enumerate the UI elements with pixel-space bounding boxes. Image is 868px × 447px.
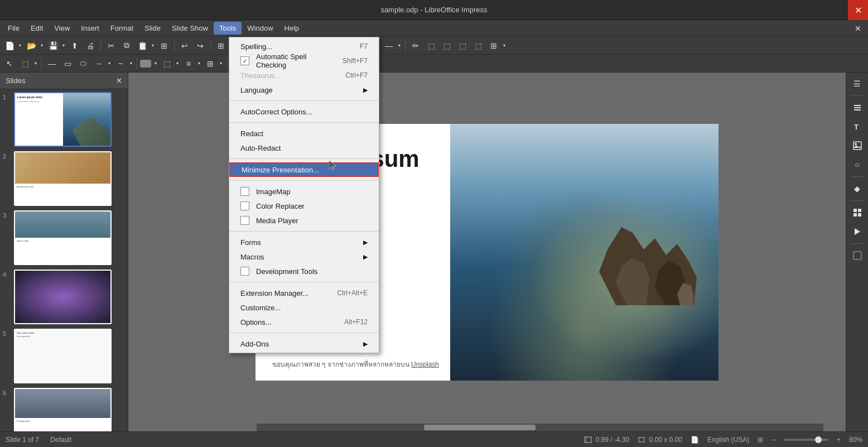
close-button[interactable]: ✕	[848, 0, 868, 20]
arrow-dropdown[interactable]: → ▾	[91, 56, 112, 71]
open-dropdown[interactable]: 📂 ▾	[24, 39, 45, 53]
menu-slide[interactable]: Slide	[139, 22, 166, 35]
slide-thumb-4[interactable]	[14, 270, 112, 324]
undo-button[interactable]: ↩	[177, 39, 192, 53]
line-color-button[interactable]: —	[382, 39, 396, 53]
new-button[interactable]: 📄	[2, 39, 17, 53]
menu-customize[interactable]: Customize...	[229, 300, 379, 315]
menu-language[interactable]: Language ▶	[229, 83, 379, 97]
slide-item-4[interactable]: 4	[3, 270, 125, 324]
view-dropdown[interactable]: ⊞ ▾	[486, 39, 507, 53]
pointer-button[interactable]: ↖	[2, 56, 17, 71]
menu-minimize-presentation[interactable]: Minimize Presentation...	[229, 162, 379, 177]
menu-color-replacer[interactable]: Color Replacer	[229, 199, 379, 213]
arrow-arrow[interactable]: ▾	[107, 56, 112, 71]
pen-button[interactable]: ✏	[408, 39, 423, 53]
zoom-plus-button[interactable]: +	[837, 436, 841, 444]
zoom-fit-button[interactable]: ⊞	[758, 436, 763, 444]
slide-item-3[interactable]: 3 Nature slide	[3, 210, 125, 265]
menu-imagemap[interactable]: ImageMap	[229, 184, 379, 199]
paste-arrow[interactable]: ▾	[150, 39, 156, 53]
animation-button[interactable]	[848, 223, 866, 241]
menu-format[interactable]: Format	[105, 22, 139, 35]
menu-addons[interactable]: Add-Ons ▶	[229, 337, 379, 351]
paste-dropdown[interactable]: 📋 ▾	[135, 39, 156, 53]
area-dropdown[interactable]: ▾	[140, 56, 158, 71]
slide-thumb-5[interactable]: Text content slide Lorem ipsum text...	[14, 329, 112, 383]
slide-item-6[interactable]: 6 Building slide	[3, 388, 125, 431]
text-panel-button[interactable]: T	[848, 118, 866, 136]
arrange-arrow[interactable]: ▾	[175, 56, 180, 71]
align-dropdown[interactable]: ≡ ▾	[181, 56, 202, 71]
menu-tools[interactable]: Tools	[214, 22, 242, 35]
menu-edit[interactable]: Edit	[25, 22, 49, 35]
scrollbar-thumb[interactable]	[424, 425, 536, 430]
menu-file[interactable]: File	[2, 22, 25, 35]
menubar-close[interactable]: ✕	[848, 20, 868, 37]
align-arrow[interactable]: ▾	[196, 56, 202, 71]
distribute-arrow[interactable]: ▾	[218, 56, 224, 71]
menu-insert[interactable]: Insert	[75, 22, 105, 35]
menu-media-player[interactable]: Media Player	[229, 213, 379, 228]
properties-panel-button[interactable]	[848, 99, 866, 117]
arrange-dropdown[interactable]: ⬚ ▾	[160, 56, 180, 71]
curve-button[interactable]: ~	[113, 56, 128, 71]
select-dropdown[interactable]: ⬚ ▾	[18, 56, 38, 71]
menu-window[interactable]: Window	[242, 22, 278, 35]
distribute-button[interactable]: ⊞	[203, 56, 218, 71]
area-arrow[interactable]: ▾	[153, 56, 158, 71]
save-arrow[interactable]: ▾	[61, 39, 66, 53]
slide-thumb-2[interactable]: Architecture slide	[14, 151, 112, 206]
open-arrow[interactable]: ▾	[39, 39, 45, 53]
distribute-dropdown[interactable]: ⊞ ▾	[203, 56, 224, 71]
menu-autocorrect[interactable]: AutoCorrect Options...	[229, 104, 379, 119]
slide-thumb-1[interactable]: Lorem ipsum dolor consectetur adipiscing	[14, 92, 112, 147]
display-button[interactable]: ⬚	[471, 39, 485, 53]
unsplash-link[interactable]: Unsplash	[411, 361, 439, 368]
line-color-arrow[interactable]: ▾	[397, 39, 402, 53]
table-button[interactable]: ⊞	[214, 39, 228, 53]
capture-button[interactable]: ⬚	[440, 39, 454, 53]
curve-dropdown[interactable]: ~ ▾	[113, 56, 134, 71]
menu-spelling[interactable]: Spelling... F7	[229, 39, 379, 54]
horizontal-scrollbar[interactable]	[257, 424, 823, 431]
slide-thumb-3[interactable]: Nature slide	[14, 210, 112, 265]
open-button[interactable]: 📂	[24, 39, 38, 53]
menu-slideshow[interactable]: Slide Show	[166, 22, 214, 35]
align-button[interactable]: ≡	[181, 56, 196, 71]
export-button[interactable]: ⬆	[67, 39, 82, 53]
slides-list[interactable]: 1 Lorem ipsum dolor consectetur adipisci…	[0, 89, 128, 431]
panel-menu-button[interactable]: ☰	[848, 75, 866, 93]
slide-item-1[interactable]: 1 Lorem ipsum dolor consectetur adipisci…	[3, 92, 125, 147]
shapes-panel-button[interactable]: ◆	[848, 180, 866, 198]
menu-options[interactable]: Options... Alt+F12	[229, 315, 379, 329]
ellipse-button[interactable]: ⬭	[76, 56, 90, 71]
select-all-button[interactable]: ⬚	[18, 56, 32, 71]
view-button[interactable]: ⊞	[486, 39, 501, 53]
navigator-button[interactable]: ○	[848, 156, 866, 174]
slide-thumb-6[interactable]: Building slide	[14, 388, 112, 431]
style-panel-button[interactable]	[848, 247, 866, 265]
redo-button[interactable]: ↪	[193, 39, 208, 53]
paste-button[interactable]: 📋	[135, 39, 150, 53]
new-arrow[interactable]: ▾	[17, 39, 23, 53]
menu-macros[interactable]: Macros ▶	[229, 249, 379, 264]
image-panel-button[interactable]	[848, 137, 866, 155]
menu-auto-spell[interactable]: Automatic Spell Checking Shift+F7	[229, 54, 379, 68]
line-button[interactable]: —	[45, 56, 59, 71]
select-button[interactable]: ⬚	[424, 39, 438, 53]
menu-forms[interactable]: Forms ▶	[229, 235, 379, 249]
select-arrow[interactable]: ▾	[33, 56, 38, 71]
slide-item-5[interactable]: 5 Text content slide Lorem ipsum text...	[3, 329, 125, 383]
obj-button[interactable]: ⬚	[455, 39, 470, 53]
arrange-button[interactable]: ⬚	[160, 56, 174, 71]
clone-button[interactable]: ⊞	[157, 39, 171, 53]
menu-view[interactable]: View	[49, 22, 75, 35]
area-button[interactable]	[140, 60, 151, 68]
rect-button[interactable]: ▭	[60, 56, 75, 71]
zoom-slider[interactable]	[784, 439, 828, 441]
cut-button[interactable]: ✂	[104, 39, 118, 53]
curve-arrow[interactable]: ▾	[128, 56, 134, 71]
line-color-dropdown[interactable]: — ▾	[382, 39, 402, 53]
menu-dev-tools[interactable]: Development Tools	[229, 264, 379, 278]
